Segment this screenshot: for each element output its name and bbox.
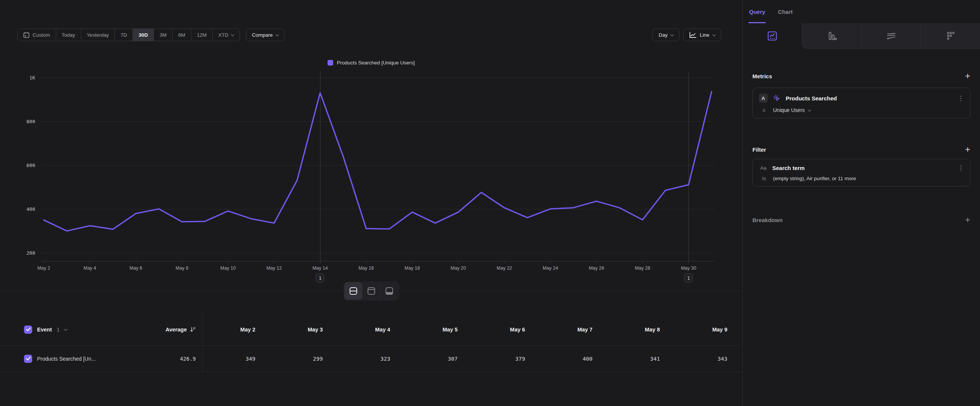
range-6m[interactable]: 6M [173,29,191,41]
date-column-header[interactable]: May 2 [203,326,270,333]
date-column-header[interactable]: May 3 [270,326,338,333]
chevron-down-icon[interactable] [64,327,68,331]
chart-type-button[interactable]: Line [683,29,721,41]
section-divider [0,291,742,291]
range-label: Today [62,32,75,38]
x-axis-label: May 28 [635,266,650,271]
date-value-cell: 343 [675,356,742,362]
layout-bottom-bar-button[interactable] [380,282,398,299]
layout-split-horizontal-button[interactable] [344,282,362,299]
date-value-cell: 307 [405,356,473,362]
calendar-icon [23,32,30,38]
metric-kebab-menu[interactable]: ⋮ [958,95,964,102]
report-type-tabbar [743,23,980,49]
annotation-badge[interactable]: 1 [316,274,324,282]
granularity-button[interactable]: Day [652,29,679,41]
average-header-label: Average [165,326,187,333]
metrics-title: Metrics [752,73,772,80]
range-12m[interactable]: 12M [191,29,213,41]
x-axis-label: May 12 [267,266,282,271]
x-axis-tick [458,261,458,263]
x-axis-tick [274,261,274,263]
range-30d[interactable]: 30D [133,29,154,41]
main-area: CustomTodayYesterday7D30D3M6M12MXTD Comp… [0,0,743,406]
chart-line-svg [41,71,714,261]
legend-label: Products Searched [Unique Users] [337,60,415,65]
range-3m[interactable]: 3M [154,29,173,41]
check-icon [26,357,31,361]
range-today[interactable]: Today [56,29,81,41]
report-tab-flows[interactable] [861,23,921,48]
y-axis-label: 200 [27,250,35,255]
date-column-header[interactable]: May 7 [540,326,608,333]
x-axis-tick [688,261,689,263]
query-builder: Metrics + A Products Searched ⋮ [743,49,980,223]
y-axis-label: 1K [29,75,35,80]
average-header-cell[interactable]: Average [120,326,202,333]
x-axis-label: May 18 [405,266,420,271]
x-axis-tick [136,261,136,263]
tab-chart[interactable]: Chart [778,0,792,23]
range-7d[interactable]: 7D [115,29,133,41]
compare-label: Compare [252,32,273,38]
date-value-cell: 379 [473,356,540,362]
filter-card[interactable]: Aa Search term ⋮ Is (empty string), Air … [752,159,970,186]
chart-legend: Products Searched [Unique Users] [0,59,742,67]
x-axis-label: May 30 [681,266,696,271]
date-column-header[interactable]: May 6 [473,326,540,333]
chevron-down-icon [275,33,279,36]
filter-value[interactable]: (empty string), Air purifier, or 11 more [773,176,856,181]
event-header-cell: Event 1 [0,325,120,334]
top-bar-icon [367,287,376,295]
range-label: Custom [33,32,50,38]
metric-card[interactable]: A Products Searched ⋮ # Unique Users [752,88,970,118]
add-breakdown-button[interactable]: + [965,217,970,223]
range-label: 3M [159,32,167,38]
compare-button[interactable]: Compare [246,29,285,41]
range-yesterday[interactable]: Yesterday [81,29,115,41]
date-column-header[interactable]: May 5 [405,326,473,333]
sort-descending-icon [190,326,196,333]
date-value-cell: 400 [540,356,608,362]
flow-waves-icon [885,30,897,41]
range-label: 12M [197,32,207,38]
inactive-report-tabs [802,23,980,49]
x-axis-tick [550,261,550,263]
metric-name: Products Searched [786,95,953,102]
report-tab-insights[interactable] [743,23,802,49]
x-axis-tick [366,261,366,263]
chart-type-label: Line [700,32,710,38]
chevron-down-icon [231,33,234,36]
report-tab-funnels[interactable] [802,23,861,48]
date-header-cells: May 2May 3May 4May 5May 6May 7May 8May 9 [202,314,742,345]
annotation-badge[interactable]: 1 [684,274,692,282]
select-all-checkbox[interactable] [24,325,32,334]
filter-condition-row: Is (empty string), Air purifier, or 11 m… [759,176,964,181]
row-checkbox[interactable] [24,355,32,363]
date-value-cell: 323 [338,356,405,362]
measure-selector[interactable]: Unique Users [773,107,811,113]
range-custom[interactable]: Custom [18,29,56,41]
check-icon [26,327,31,331]
add-filter-button[interactable]: + [965,146,970,153]
table-data-row[interactable]: Products Searched [Un... 426.9 349299323… [0,346,742,372]
filter-kebab-menu[interactable]: ⋮ [958,165,964,171]
add-metric-button[interactable]: + [965,73,970,80]
breakdown-section-header: Breakdown + [752,217,970,223]
date-value-cell: 341 [608,356,675,362]
layout-top-bar-button[interactable] [362,282,380,299]
x-axis-label: May 10 [221,266,236,271]
x-axis-label: May 14 [313,266,328,271]
tab-query[interactable]: Query [749,0,765,23]
range-label: 30D [138,32,148,38]
range-xtd[interactable]: XTD [213,29,240,41]
report-tab-retention[interactable] [921,23,980,48]
date-column-header[interactable]: May 4 [338,326,405,333]
date-column-header[interactable]: May 9 [675,326,742,333]
series-row-label: Products Searched [Un... [37,356,95,362]
line-chart[interactable]: 1K800600400200 [41,71,714,261]
x-axis-label: May 16 [359,266,374,271]
app-root: CustomTodayYesterday7D30D3M6M12MXTD Comp… [0,0,980,406]
date-column-header[interactable]: May 8 [608,326,675,333]
number-type-icon: # [759,107,768,113]
